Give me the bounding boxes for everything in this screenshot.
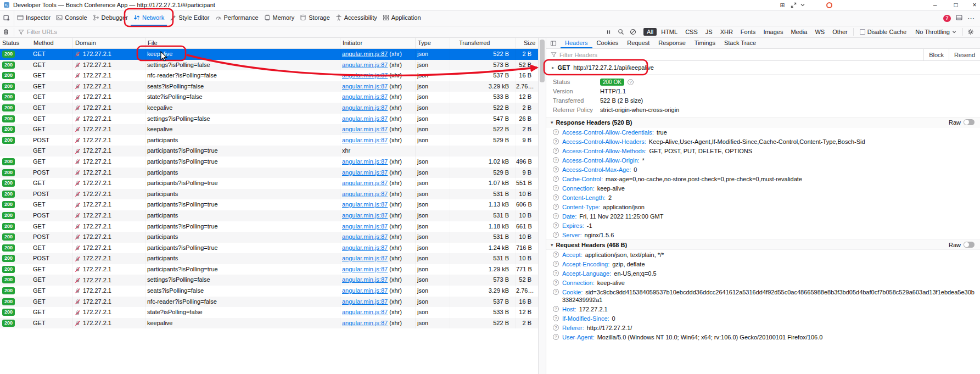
help-icon[interactable]: ?: [553, 270, 559, 276]
filter-pill-fonts[interactable]: Fonts: [737, 28, 759, 36]
maximize-button[interactable]: □: [949, 0, 963, 10]
header-row[interactable]: ?Access-Control-Allow-Methods:GET, POST,…: [546, 146, 980, 155]
initiator-link[interactable]: angular.min.js:87: [342, 180, 388, 186]
filter-pill-other[interactable]: Other: [829, 28, 851, 36]
details-tab-headers[interactable]: Headers: [561, 38, 592, 48]
split-console-icon[interactable]: [956, 14, 962, 22]
initiator-link[interactable]: angular.min.js:87: [342, 298, 388, 305]
header-row[interactable]: ?Date:Fri, 11 Nov 2022 11:25:00 GMT: [546, 211, 980, 221]
table-row[interactable]: 200GET172.27.2.1settings?isPolling=false…: [0, 275, 538, 286]
vertical-scrollbar[interactable]: [538, 38, 546, 374]
details-tab-stack-trace[interactable]: Stack Trace: [720, 38, 760, 48]
initiator-link[interactable]: angular.min.js:87: [342, 320, 388, 326]
tab-console[interactable]: Console: [53, 10, 89, 26]
table-row[interactable]: 200GET172.27.2.1nfc-reader?isPolling=fal…: [0, 297, 538, 308]
help-icon[interactable]: ?: [628, 79, 634, 85]
table-row[interactable]: 200GET172.27.2.1participants?isPolling=t…: [0, 264, 538, 275]
initiator-link[interactable]: angular.min.js:87: [342, 201, 388, 208]
table-row[interactable]: 200GET172.27.2.1participants?isPolling=t…: [0, 199, 538, 210]
help-icon[interactable]: ?: [553, 138, 559, 144]
section-header[interactable]: ▾Response Headers (520 B)Raw: [546, 117, 980, 127]
initiator-link[interactable]: angular.min.js:87: [342, 62, 388, 68]
filter-pill-ws[interactable]: WS: [811, 28, 828, 36]
initiator-link[interactable]: angular.min.js:87: [342, 115, 388, 122]
tab-accessibility[interactable]: Accessibility: [333, 10, 380, 26]
help-icon[interactable]: ?: [553, 289, 559, 295]
header-row[interactable]: ?Host:172.27.2.1: [546, 304, 980, 314]
table-row[interactable]: 200POST172.27.2.1participantsangular.min…: [0, 232, 538, 243]
details-tab-response[interactable]: Response: [654, 38, 690, 48]
tab-memory[interactable]: Memory: [261, 10, 298, 26]
header-row[interactable]: ?Content-Length:2: [546, 193, 980, 202]
initiator-link[interactable]: angular.min.js:87: [342, 93, 388, 100]
header-row[interactable]: ?If-Modified-Since:0: [546, 314, 980, 323]
table-row[interactable]: 200GET172.27.2.1seats?isPolling=falseang…: [0, 286, 538, 297]
help-icon[interactable]: ?: [553, 222, 559, 228]
help-icon[interactable]: ?: [553, 157, 559, 163]
initiator-link[interactable]: angular.min.js:87: [342, 309, 388, 315]
header-row[interactable]: ?Cookie:sid=3c9cbc9dd415384059537b10ebcd…: [546, 287, 980, 304]
initiator-link[interactable]: angular.min.js:87: [342, 233, 388, 240]
header-row[interactable]: ?Server:nginx/1.5.6: [546, 230, 980, 239]
help-icon[interactable]: ?: [553, 166, 559, 172]
filter-pill-media[interactable]: Media: [787, 28, 810, 36]
column-header-method[interactable]: Method: [31, 38, 73, 48]
network-settings-gear-icon[interactable]: [965, 26, 977, 37]
column-header-file[interactable]: File: [145, 38, 340, 48]
tab-style-editor[interactable]: Style Editor: [167, 10, 212, 26]
initiator-link[interactable]: angular.min.js:87: [342, 287, 388, 294]
initiator-link[interactable]: angular.min.js:87: [342, 212, 388, 219]
column-header-transferred[interactable]: Transferred: [450, 38, 516, 48]
header-row[interactable]: ?User-Agent:Mozilla/5.0 (Windows NT 10.0…: [546, 332, 980, 342]
search-icon[interactable]: [615, 26, 627, 37]
table-row[interactable]: 200GET172.27.2.1participants?isPolling=t…: [0, 157, 538, 168]
minimize-button[interactable]: –: [928, 0, 942, 10]
disable-cache-control[interactable]: Disable Cache: [860, 29, 907, 35]
table-row[interactable]: 200POST172.27.2.1participantsangular.min…: [0, 253, 538, 264]
initiator-link[interactable]: angular.min.js:87: [342, 104, 388, 111]
tab-network[interactable]: Network: [131, 10, 167, 26]
filter-pill-html[interactable]: HTML: [658, 28, 681, 36]
help-icon[interactable]: ?: [553, 204, 559, 210]
table-row[interactable]: 200GET172.27.2.1settings?isPolling=false…: [0, 114, 538, 125]
table-row[interactable]: 200POST172.27.2.1participantsangular.min…: [0, 189, 538, 200]
table-row[interactable]: 200GET172.27.2.1participants?isPolling=t…: [0, 178, 538, 189]
help-icon[interactable]: ?: [553, 315, 559, 321]
header-row[interactable]: ?Connection:keep-alive: [546, 183, 980, 193]
help-icon[interactable]: ?: [553, 280, 559, 286]
column-header-size[interactable]: Size: [516, 38, 538, 48]
header-row[interactable]: ?Accept:application/json, text/plain, */…: [546, 250, 980, 259]
initiator-link[interactable]: angular.min.js:87: [342, 137, 388, 143]
help-icon[interactable]: ?: [553, 334, 559, 340]
error-count-badge[interactable]: 7: [943, 15, 951, 22]
expand-icon[interactable]: [788, 0, 798, 10]
tab-debugger[interactable]: Debugger: [90, 10, 131, 26]
devtools-menu-button[interactable]: ⋯: [967, 14, 975, 23]
initiator-link[interactable]: angular.min.js:87: [342, 191, 388, 197]
help-icon[interactable]: ?: [553, 213, 559, 219]
section-header[interactable]: ▾Request Headers (468 B)Raw: [546, 239, 980, 250]
initiator-link[interactable]: angular.min.js:87: [342, 266, 388, 272]
tab-storage[interactable]: Storage: [297, 10, 333, 26]
disclosure-icon[interactable]: ▸: [552, 65, 555, 70]
table-row[interactable]: 200GET172.27.2.1participants?isPolling=t…: [0, 221, 538, 232]
initiator-link[interactable]: angular.min.js:87: [342, 169, 388, 176]
help-icon[interactable]: ?: [553, 129, 559, 135]
help-icon[interactable]: ?: [553, 232, 559, 238]
header-row[interactable]: ?Content-Type:application/json: [546, 202, 980, 211]
pick-element-button[interactable]: [0, 10, 14, 26]
request-url-row[interactable]: ▸ GET http://172.27.2.1/api/keepalive: [546, 61, 980, 75]
column-header-status[interactable]: Status: [0, 38, 31, 48]
column-header-type[interactable]: Type: [416, 38, 450, 48]
request-blocking-icon[interactable]: [627, 26, 639, 37]
header-row[interactable]: ?Expires:-1: [546, 221, 980, 230]
details-tab-request[interactable]: Request: [623, 38, 654, 48]
initiator-link[interactable]: angular.min.js:87: [342, 223, 388, 230]
sidebar-toggle-icon[interactable]: [546, 38, 561, 48]
clear-requests-button[interactable]: [0, 26, 12, 37]
initiator-link[interactable]: angular.min.js:87: [342, 83, 388, 90]
table-row[interactable]: 200GET172.27.2.1keepaliveangular.min.js:…: [0, 49, 538, 60]
initiator-link[interactable]: angular.min.js:87: [342, 72, 388, 79]
help-icon[interactable]: ?: [553, 185, 559, 191]
details-tab-cookies[interactable]: Cookies: [592, 38, 623, 48]
